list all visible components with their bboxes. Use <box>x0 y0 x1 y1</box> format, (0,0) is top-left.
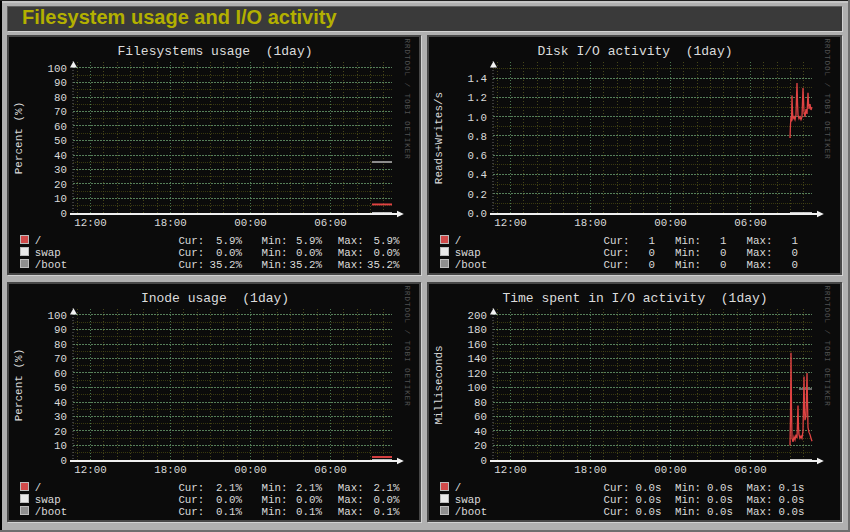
svg-text:10: 10 <box>54 440 67 452</box>
svg-text:100: 100 <box>48 63 67 75</box>
svg-text:60: 60 <box>54 368 67 380</box>
svg-text:06:00: 06:00 <box>734 464 766 476</box>
svg-text:Cur:: Cur: <box>604 506 630 518</box>
svg-text:RRDTOOL / TOBI OETIKER: RRDTOOL / TOBI OETIKER <box>403 286 411 407</box>
svg-text:Inode usage (1day): Inode usage (1day) <box>141 291 289 306</box>
svg-text:18:00: 18:00 <box>574 464 606 476</box>
svg-text:0: 0 <box>649 259 655 271</box>
svg-text:0.4: 0.4 <box>468 169 487 181</box>
svg-text:80: 80 <box>54 339 67 351</box>
svg-text:40: 40 <box>54 150 67 162</box>
svg-text:Min:: Min: <box>262 235 288 247</box>
svg-text:100: 100 <box>468 382 487 394</box>
svg-text:120: 120 <box>468 368 487 380</box>
svg-text:Cur:: Cur: <box>178 259 204 271</box>
svg-text:5.9%: 5.9% <box>374 235 400 247</box>
svg-text:Cur:: Cur: <box>178 247 204 259</box>
svg-text:swap: swap <box>455 247 481 259</box>
svg-text:/: / <box>455 482 461 494</box>
svg-text:06:00: 06:00 <box>314 217 346 229</box>
svg-text:/boot: /boot <box>455 506 487 518</box>
svg-text:0.0s: 0.0s <box>636 482 662 494</box>
svg-text:12:00: 12:00 <box>494 217 526 229</box>
svg-text:Reads+Writes/s: Reads+Writes/s <box>433 92 445 184</box>
svg-text:0.0%: 0.0% <box>216 494 242 506</box>
svg-text:Disk I/O activity (1day): Disk I/O activity (1day) <box>537 44 732 59</box>
svg-text:12:00: 12:00 <box>74 464 106 476</box>
svg-text:1: 1 <box>720 235 726 247</box>
svg-text:Percent (%): Percent (%) <box>13 102 25 175</box>
svg-text:35.2%: 35.2% <box>290 259 323 271</box>
svg-text:0.0: 0.0 <box>468 208 487 220</box>
svg-text:Max:: Max: <box>338 235 364 247</box>
svg-text:1: 1 <box>649 235 655 247</box>
svg-text:Min:: Min: <box>675 482 701 494</box>
svg-text:0: 0 <box>720 259 726 271</box>
svg-text:0: 0 <box>481 455 487 467</box>
svg-text:/boot: /boot <box>35 506 67 518</box>
svg-text:80: 80 <box>474 397 487 409</box>
svg-text:2.1%: 2.1% <box>216 482 242 494</box>
svg-text:0.2: 0.2 <box>468 189 487 201</box>
svg-text:Max:: Max: <box>747 247 773 259</box>
svg-text:20: 20 <box>474 440 487 452</box>
svg-text:90: 90 <box>54 324 67 336</box>
svg-text:60: 60 <box>474 411 487 423</box>
svg-text:18:00: 18:00 <box>574 217 606 229</box>
svg-text:Min:: Min: <box>262 482 288 494</box>
svg-text:0.0%: 0.0% <box>216 247 242 259</box>
svg-text:40: 40 <box>54 397 67 409</box>
svg-text:00:00: 00:00 <box>234 217 266 229</box>
svg-text:swap: swap <box>35 494 61 506</box>
svg-text:35.2%: 35.2% <box>210 259 243 271</box>
svg-text:Min:: Min: <box>262 494 288 506</box>
svg-text:Max:: Max: <box>747 259 773 271</box>
svg-text:140: 140 <box>468 353 487 365</box>
svg-text:0.0%: 0.0% <box>296 247 322 259</box>
svg-text:Max:: Max: <box>747 494 773 506</box>
svg-text:Max:: Max: <box>747 235 773 247</box>
svg-text:0.0%: 0.0% <box>374 247 400 259</box>
svg-text:80: 80 <box>54 92 67 104</box>
svg-text:Max:: Max: <box>338 506 364 518</box>
svg-text:Min:: Min: <box>262 259 288 271</box>
svg-text:0: 0 <box>61 455 67 467</box>
svg-text:Min:: Min: <box>675 235 701 247</box>
svg-text:RRDTOOL / TOBI OETIKER: RRDTOOL / TOBI OETIKER <box>823 286 831 407</box>
svg-text:0: 0 <box>792 247 798 259</box>
svg-text:swap: swap <box>455 494 481 506</box>
svg-text:0.1%: 0.1% <box>216 506 242 518</box>
svg-text:Filesystems usage (1day): Filesystems usage (1day) <box>117 44 312 59</box>
svg-text:0.1%: 0.1% <box>374 506 400 518</box>
svg-text:Cur:: Cur: <box>178 506 204 518</box>
svg-text:Max:: Max: <box>747 482 773 494</box>
svg-text:0.1%: 0.1% <box>296 506 322 518</box>
svg-text:0.0s: 0.0s <box>636 494 662 506</box>
svg-text:0: 0 <box>649 247 655 259</box>
svg-text:0: 0 <box>792 259 798 271</box>
svg-text:Cur:: Cur: <box>178 235 204 247</box>
svg-text:200: 200 <box>468 310 487 322</box>
svg-text:0.0%: 0.0% <box>374 494 400 506</box>
svg-text:160: 160 <box>468 339 487 351</box>
svg-text:1.0: 1.0 <box>468 112 487 124</box>
svg-text:100: 100 <box>48 310 67 322</box>
svg-text:5.9%: 5.9% <box>296 235 322 247</box>
svg-text:5.9%: 5.9% <box>216 235 242 247</box>
svg-text:18:00: 18:00 <box>154 217 186 229</box>
svg-text:Cur:: Cur: <box>604 494 630 506</box>
svg-text:20: 20 <box>54 426 67 438</box>
svg-text:40: 40 <box>474 426 487 438</box>
svg-text:Cur:: Cur: <box>604 247 630 259</box>
svg-text:Min:: Min: <box>675 494 701 506</box>
svg-text:90: 90 <box>54 77 67 89</box>
svg-text:0: 0 <box>720 247 726 259</box>
svg-text:/boot: /boot <box>455 259 487 271</box>
svg-text:1.4: 1.4 <box>468 73 487 85</box>
svg-text:12:00: 12:00 <box>74 217 106 229</box>
svg-text:06:00: 06:00 <box>734 217 766 229</box>
svg-text:/: / <box>455 235 461 247</box>
svg-text:18:00: 18:00 <box>154 464 186 476</box>
svg-text:0: 0 <box>61 208 67 220</box>
svg-text:30: 30 <box>54 164 67 176</box>
